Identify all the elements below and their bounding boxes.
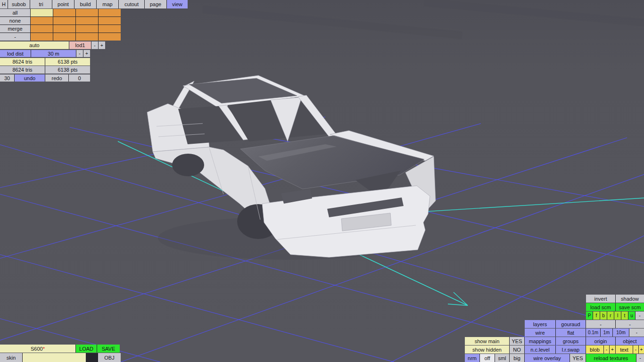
obj-button[interactable]: OBJ [98,353,121,362]
face-toggle-b[interactable]: b [600,312,607,320]
text-minus-button[interactable]: - [633,346,638,354]
wire-button[interactable]: wire [525,329,555,337]
layer-cell[interactable] [76,25,98,33]
save-scm-button[interactable]: save scm [616,303,644,311]
reload-dash-button[interactable]: - [636,354,644,362]
lod-level-button[interactable]: lod1 [69,41,91,49]
wire-overlay-button[interactable]: wire overlay [525,354,570,362]
layer-cell[interactable] [31,33,53,41]
shadow-button[interactable]: shadow [616,295,644,303]
viewport-3d[interactable] [0,0,644,362]
layer-cell[interactable] [53,33,75,41]
mappings-button[interactable]: mappings [525,337,555,345]
pts-count-2: 6138 pts [45,66,90,74]
tab-view[interactable]: view [167,0,188,8]
slot1-button[interactable]: - [586,320,615,328]
tab-h[interactable]: H [0,0,8,8]
show-hidden-row: show hidden NO n.c.level l.r.swap blob -… [465,346,644,354]
show-hidden-button[interactable]: show hidden [465,346,509,354]
lod-auto-button[interactable]: auto [0,41,69,49]
tab-subob[interactable]: subob [8,0,30,8]
layer-cell[interactable] [31,17,53,25]
layer-cell[interactable] [99,9,121,16]
history-row: 30 undo redo 0 [0,74,90,82]
face-toggle-u[interactable]: u [628,312,635,320]
layer-cell[interactable] [76,17,98,25]
tab-build[interactable]: build [74,0,96,8]
nc-level-button[interactable]: n.c.level [525,346,555,354]
groups-button[interactable]: groups [556,337,586,345]
face-toggle-t[interactable]: t [621,312,628,320]
select-none-button[interactable]: none [0,17,30,25]
top-toolbar: H subob tri point build map cutout page … [0,0,188,8]
object-button[interactable]: object [616,337,644,345]
load-button[interactable]: LOAD [76,345,97,353]
lod-dist-row: lod dist 30 m - + [0,50,90,57]
face-toggle-p[interactable]: P [586,312,593,320]
skin-name-field[interactable] [23,353,86,362]
tab-cutout[interactable]: cutout [119,0,144,8]
blob-button[interactable]: blob [586,346,603,354]
layer-cell[interactable] [99,33,121,41]
select-dash-button[interactable]: - [0,33,30,41]
lod-minus-button[interactable]: - [91,41,98,49]
stats-row-1: 8624 tris 6138 pts [0,58,90,66]
nrm-button[interactable]: nrm [465,354,479,362]
layers-button[interactable]: layers [525,320,555,328]
redo-button[interactable]: redo [45,74,68,82]
face-toggle-dash[interactable]: - [636,312,644,320]
layer-cell[interactable] [53,9,75,16]
grid-dash-button[interactable]: - [629,329,644,337]
layer-cell[interactable] [99,25,121,33]
face-toggle-r[interactable]: r [607,312,614,320]
origin-button[interactable]: origin [586,337,615,345]
blob-minus-button[interactable]: - [604,346,609,354]
lod-dist-minus-button[interactable]: - [76,50,83,57]
slot2-button[interactable]: - [616,320,644,328]
tab-page[interactable]: page [145,0,166,8]
layer-cell[interactable] [53,25,75,33]
nrm-off-button[interactable]: off [480,354,495,362]
grid-10m-button[interactable]: 10m [613,329,629,337]
face-toggle-f[interactable]: f [593,312,600,320]
reload-textures-button[interactable]: reload textures [586,354,636,362]
flat-button[interactable]: flat [556,329,586,337]
lr-swap-button[interactable]: l.r.swap [556,346,586,354]
nrm-big-button[interactable]: big [510,354,524,362]
tab-point[interactable]: point [52,0,74,8]
stats-row-2: 8624 tris 6138 pts [0,66,90,74]
face-toggle-l[interactable]: l [614,312,621,320]
select-merge-button[interactable]: merge [0,25,30,33]
save-button[interactable]: SAVE [97,345,120,353]
lod-plus-button[interactable]: + [99,41,105,49]
tab-tri[interactable]: tri [30,0,52,8]
model-name-field[interactable]: S600* [0,345,75,353]
wire-overlay-value[interactable]: YES [570,354,586,362]
tab-map[interactable]: map [97,0,118,8]
skin-button[interactable]: skin [0,353,22,362]
undo-button[interactable]: undo [15,74,45,82]
pts-count-1: 6138 pts [45,58,90,66]
layer-cell[interactable] [31,25,53,33]
text-plus-button[interactable]: + [639,346,644,354]
layer-cell[interactable] [99,17,121,25]
nrm-sml-button[interactable]: sml [495,354,509,362]
gouraud-button[interactable]: gouraud [556,320,586,328]
lod-dist-plus-button[interactable]: + [83,50,90,57]
lod-dist-value[interactable]: 30 m [31,50,76,57]
layer-cell[interactable] [31,9,53,16]
text-button[interactable]: text [616,346,633,354]
layer-cell[interactable] [76,33,98,41]
show-main-button[interactable]: show main [465,337,509,345]
car-rear-wheel-arch [172,154,204,176]
layer-cell[interactable] [76,9,98,16]
grid-01m-button[interactable]: 0.1m [586,329,600,337]
invert-button[interactable]: invert [586,295,615,303]
grid-1m-button[interactable]: 1m [601,329,612,337]
blob-plus-button[interactable]: + [610,346,615,354]
load-scm-button[interactable]: load scm [586,303,615,311]
select-all-button[interactable]: all [0,9,30,16]
show-hidden-value[interactable]: NO [510,346,524,354]
show-main-value[interactable]: YES [510,337,524,345]
layer-cell[interactable] [53,17,75,25]
